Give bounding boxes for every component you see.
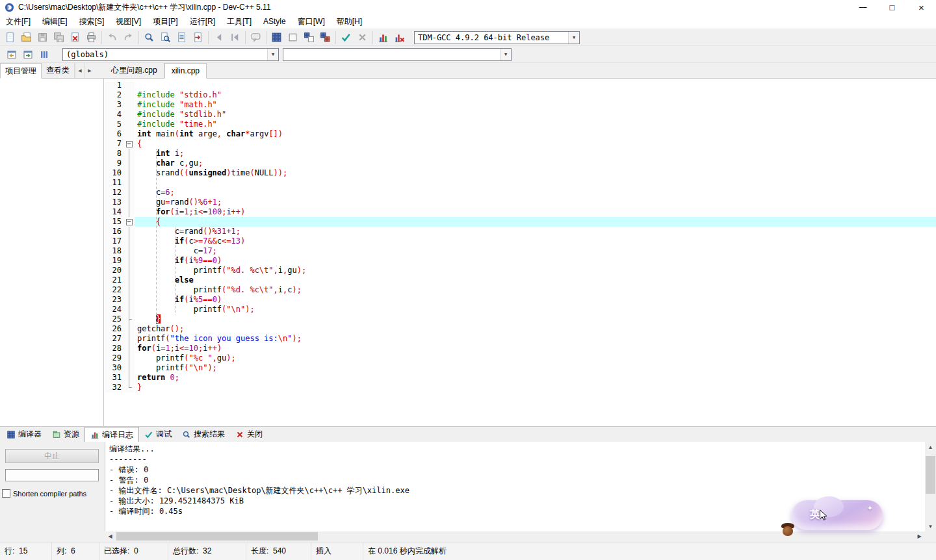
line-number[interactable]: 1: [105, 81, 124, 90]
line-number[interactable]: 5: [105, 120, 124, 129]
line-number[interactable]: 20: [105, 266, 124, 275]
code-text[interactable]: #include "time.h": [135, 120, 936, 129]
tab-resources[interactable]: 资源: [47, 427, 84, 442]
menu-file[interactable]: 文件[F]: [0, 14, 36, 29]
app-icon[interactable]: [5, 3, 14, 12]
line-number[interactable]: 31: [105, 373, 124, 383]
go-forward-button[interactable]: [227, 30, 243, 45]
line-number[interactable]: 8: [105, 149, 124, 159]
code-text[interactable]: printf("the icon you guess is:\n");: [135, 334, 936, 344]
code-text[interactable]: c=rand()%31+1;: [135, 227, 936, 236]
line-number[interactable]: 14: [105, 207, 124, 217]
line-number[interactable]: 26: [105, 324, 124, 334]
code-text[interactable]: srand((unsigned)time(NULL));: [135, 168, 936, 178]
tab-scroll-right-button[interactable]: ▶: [84, 63, 94, 78]
redo-button[interactable]: [120, 30, 136, 45]
menu-edit[interactable]: 编辑[E]: [36, 14, 73, 29]
run-button[interactable]: [285, 30, 301, 45]
code-text[interactable]: }: [135, 383, 936, 392]
menu-project[interactable]: 项目[P]: [147, 14, 184, 29]
line-number[interactable]: 23: [105, 295, 124, 305]
menu-tools[interactable]: 工具[T]: [221, 14, 257, 29]
code-text[interactable]: }: [135, 314, 936, 324]
code-text[interactable]: return 0;: [135, 373, 936, 383]
line-number[interactable]: 11: [105, 178, 124, 188]
line-number[interactable]: 21: [105, 275, 124, 285]
globals-select[interactable]: (globals) ▼: [62, 48, 279, 61]
code-text[interactable]: int i;: [135, 149, 936, 159]
menu-help[interactable]: 帮助[H]: [331, 14, 368, 29]
code-text[interactable]: {: [135, 217, 936, 227]
code-text[interactable]: [135, 81, 936, 90]
tab-debug[interactable]: 调试: [139, 427, 177, 442]
save-button[interactable]: [34, 30, 51, 45]
menu-astyle[interactable]: AStyle: [257, 14, 292, 29]
next-editor-button[interactable]: [20, 47, 36, 62]
find-button[interactable]: [141, 30, 157, 45]
code-text[interactable]: else: [135, 275, 936, 285]
scroll-up-icon[interactable]: ▲: [925, 442, 936, 452]
compiler-select[interactable]: TDM-GCC 4.9.2 64-bit Release ▼: [414, 31, 580, 44]
editor-tab-xilin[interactable]: xilin.cpp: [164, 63, 207, 79]
debug-button[interactable]: [338, 30, 354, 45]
code-text[interactable]: printf("%d. %c\t",i,c);: [135, 285, 936, 295]
line-number[interactable]: 28: [105, 344, 124, 353]
replace-button[interactable]: [174, 30, 190, 45]
scroll-down-icon[interactable]: ▼: [925, 521, 936, 531]
line-number[interactable]: 18: [105, 246, 124, 256]
code-text[interactable]: if(i%5==0): [135, 295, 936, 305]
code-text[interactable]: if(c>=7&&c<=13): [135, 236, 936, 246]
line-number[interactable]: 9: [105, 159, 124, 168]
line-number[interactable]: 24: [105, 305, 124, 314]
code-text[interactable]: for(i=1;i<=100;i++): [135, 207, 936, 217]
line-number[interactable]: 7: [105, 139, 124, 149]
line-number[interactable]: 32: [105, 383, 124, 392]
line-number[interactable]: 25: [105, 314, 124, 324]
line-number[interactable]: 15: [105, 217, 124, 227]
tab-compiler[interactable]: 编译器: [1, 427, 47, 442]
save-all-button[interactable]: [51, 30, 67, 45]
code-text[interactable]: printf("%d. %c\t",i,gu);: [135, 266, 936, 275]
abort-compilation-button[interactable]: [354, 30, 370, 45]
line-number[interactable]: 30: [105, 363, 124, 373]
shorten-paths-checkbox[interactable]: [2, 489, 10, 498]
line-number[interactable]: 17: [105, 236, 124, 246]
go-back-button[interactable]: [211, 30, 227, 45]
fold-toggle-icon[interactable]: [124, 139, 135, 149]
code-text[interactable]: char c,gu;: [135, 159, 936, 168]
menu-window[interactable]: 窗口[W]: [292, 14, 331, 29]
line-number[interactable]: 27: [105, 334, 124, 344]
code-text[interactable]: {: [135, 139, 936, 149]
abort-button[interactable]: 中止: [5, 449, 99, 463]
line-number[interactable]: 2: [105, 90, 124, 100]
prev-editor-button[interactable]: [3, 47, 20, 62]
rebuild-all-button[interactable]: [317, 30, 333, 45]
code-text[interactable]: getchar();: [135, 324, 936, 334]
goto-line-button[interactable]: [190, 30, 206, 45]
menu-view[interactable]: 视图[V]: [110, 14, 147, 29]
compile-run-button[interactable]: [301, 30, 317, 45]
editor-tab-xinliwenti[interactable]: 心里问题.cpp: [105, 63, 164, 78]
code-text[interactable]: gu=rand()%6+1;: [135, 197, 936, 207]
tab-close[interactable]: 关闭: [230, 427, 268, 442]
compile-button[interactable]: [268, 30, 285, 45]
code-text[interactable]: for(i=1;i<=10;i++): [135, 344, 936, 353]
code-text[interactable]: printf("\n");: [135, 305, 936, 314]
line-number[interactable]: 19: [105, 256, 124, 266]
code-text[interactable]: #include "stdio.h": [135, 90, 936, 100]
scroll-left-icon[interactable]: ◀: [105, 531, 116, 541]
scrollbar-thumb[interactable]: [926, 456, 935, 494]
maximize-button[interactable]: □: [878, 0, 907, 14]
line-number[interactable]: 29: [105, 353, 124, 363]
line-number[interactable]: 22: [105, 285, 124, 295]
menu-search[interactable]: 搜索[S]: [73, 14, 110, 29]
code-text[interactable]: #include "stdlib.h": [135, 110, 936, 120]
comment-button[interactable]: [248, 30, 264, 45]
close-button[interactable]: ×: [907, 0, 936, 14]
code-text[interactable]: [135, 178, 936, 188]
code-text[interactable]: if(i%9==0): [135, 256, 936, 266]
code-text[interactable]: c=6;: [135, 188, 936, 197]
code-text[interactable]: #include "math.h": [135, 100, 936, 110]
scrollbar-thumb[interactable]: [116, 532, 318, 541]
line-number[interactable]: 13: [105, 197, 124, 207]
